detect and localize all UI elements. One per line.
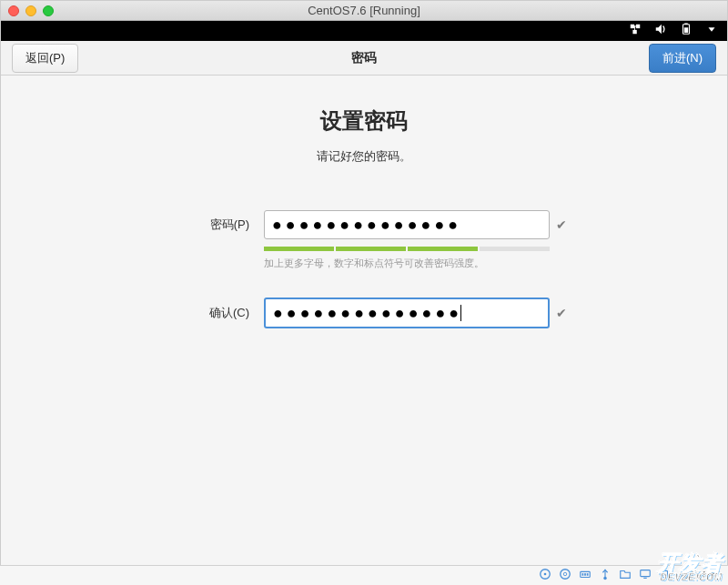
svg-rect-22 xyxy=(660,570,667,577)
gnome-top-bar xyxy=(1,21,727,41)
hard-disk-icon[interactable] xyxy=(539,568,551,584)
minimize-window-button[interactable] xyxy=(25,5,36,16)
next-button[interactable]: 前进(N) xyxy=(649,44,716,73)
recording-icon[interactable] xyxy=(659,568,672,584)
svg-point-12 xyxy=(560,569,570,579)
password-check-icon: ✔ xyxy=(550,217,573,232)
back-button[interactable]: 返回(P) xyxy=(12,44,78,73)
svg-rect-20 xyxy=(640,570,650,576)
svg-rect-4 xyxy=(634,26,635,32)
close-window-button[interactable] xyxy=(8,5,19,16)
password-strength-meter xyxy=(264,247,550,251)
svg-rect-15 xyxy=(581,573,583,576)
page-subtitle: 请记好您的密码。 xyxy=(1,148,727,165)
svg-rect-8 xyxy=(684,27,688,33)
mac-titlebar: CentOS7.6 [Running] xyxy=(1,1,727,21)
svg-rect-17 xyxy=(586,573,588,576)
network-icon[interactable] xyxy=(629,23,642,39)
dialog-header: 返回(P) 密码 前进(N) xyxy=(1,41,727,76)
battery-icon[interactable] xyxy=(680,23,693,39)
host-key-indicator: ⌘ Left ⌘ xyxy=(679,570,721,581)
page-title: 设置密码 xyxy=(1,106,727,136)
chevron-down-icon[interactable] xyxy=(705,23,718,39)
svg-marker-5 xyxy=(656,25,662,35)
svg-rect-16 xyxy=(584,573,586,576)
confirm-label: 确认(C) xyxy=(155,305,264,321)
password-label: 密码(P) xyxy=(155,217,264,233)
confirm-check-icon: ✔ xyxy=(550,306,573,320)
confirm-input[interactable]: ●●●●●●●●●●●●●● xyxy=(264,298,550,328)
volume-icon[interactable] xyxy=(654,23,667,39)
optical-disk-icon[interactable] xyxy=(559,568,571,584)
svg-rect-7 xyxy=(684,23,688,24)
content-area: 设置密码 请记好您的密码。 密码(P) ●●●●●●●●●●●●●● ✔ 加上更… xyxy=(1,76,727,328)
password-input[interactable]: ●●●●●●●●●●●●●● xyxy=(264,210,550,239)
dialog-title: 密码 xyxy=(1,50,727,66)
window-title: CentOS7.6 [Running] xyxy=(0,4,728,17)
virtualbox-status-bar: ⌘ Left ⌘ xyxy=(0,565,728,585)
password-hint: 加上更多字母，数字和标点符号可改善密码强度。 xyxy=(264,257,550,270)
usb-icon[interactable] xyxy=(599,568,612,584)
svg-point-11 xyxy=(543,572,546,575)
svg-point-13 xyxy=(563,572,567,576)
display-icon[interactable] xyxy=(639,568,652,584)
svg-marker-9 xyxy=(709,27,715,31)
network-adapter-icon[interactable] xyxy=(579,568,592,584)
maximize-window-button[interactable] xyxy=(43,5,54,16)
shared-folders-icon[interactable] xyxy=(619,568,632,584)
